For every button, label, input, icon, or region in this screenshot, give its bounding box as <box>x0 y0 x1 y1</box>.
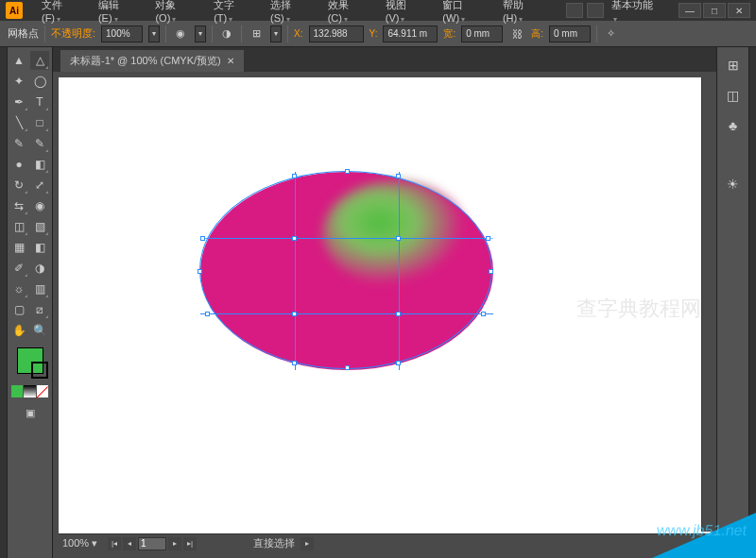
menu-file[interactable]: 文件(F)▾ <box>34 0 89 25</box>
w-input[interactable] <box>461 25 503 42</box>
blob-brush-tool[interactable]: ● <box>9 155 28 174</box>
align-dropdown[interactable]: ▾ <box>270 25 282 42</box>
graph-tool[interactable]: ▥ <box>30 279 49 298</box>
prev-artboard-button[interactable]: ◂ <box>123 537 136 550</box>
w-label: 宽: <box>443 27 455 41</box>
mesh-anchor[interactable] <box>292 236 297 241</box>
mesh-anchor[interactable] <box>486 236 490 241</box>
menu-help[interactable]: 帮助(H)▾ <box>495 0 551 25</box>
toolbox: ▲ △ ✦ ◯ ✒ T ╲ □ ✎ ✎ ● ◧ ↻ ⤢ ⇆ ◉ <box>8 47 53 558</box>
mesh-anchor[interactable] <box>345 365 350 370</box>
color-mode-solid[interactable] <box>11 385 23 397</box>
appearance-panel-icon[interactable]: ☀ <box>723 174 744 194</box>
artboard-number-input[interactable] <box>138 537 166 550</box>
symbol-sprayer-tool[interactable]: ☼ <box>9 279 28 298</box>
link-wh-icon[interactable]: ⛓ <box>508 25 525 42</box>
mesh-ellipse-shape[interactable] <box>200 172 493 370</box>
menu-select[interactable]: 选择(S)▾ <box>263 0 318 25</box>
slice-tool[interactable]: ⧄ <box>30 300 49 319</box>
menu-window[interactable]: 窗口(W)▾ <box>435 0 493 25</box>
mesh-anchor[interactable] <box>292 312 297 316</box>
mesh-anchor[interactable] <box>198 269 202 274</box>
swatches-panel-icon[interactable]: ◫ <box>723 85 744 106</box>
mesh-anchor[interactable] <box>396 174 401 178</box>
rectangle-icon: □ <box>36 116 43 129</box>
zoom-readout[interactable]: 100% ▾ <box>59 537 108 550</box>
opacity-dropdown[interactable]: ▾ <box>148 25 160 42</box>
close-button[interactable]: ✕ <box>728 3 750 18</box>
h-input[interactable] <box>549 25 591 42</box>
color-mode-none[interactable] <box>37 385 48 397</box>
blend-tool[interactable]: ◑ <box>30 259 49 278</box>
tab-close-icon[interactable]: ✕ <box>227 56 234 66</box>
shape-builder-tool[interactable]: ◫ <box>9 217 28 236</box>
zoom-tool[interactable]: 🔍 <box>30 321 49 340</box>
style-dropdown[interactable]: ▾ <box>195 25 206 42</box>
mesh-anchor[interactable] <box>396 312 401 316</box>
artboard-tool[interactable]: ▢ <box>9 300 28 319</box>
transform-icon[interactable]: ✧ <box>603 25 620 42</box>
mesh-anchor[interactable] <box>292 361 297 365</box>
color-panel-icon[interactable]: ⊞ <box>723 55 744 76</box>
document-area: 未标题-1* @ 100% (CMYK/预览) ✕ <box>53 47 716 558</box>
menu-edit[interactable]: 编辑(E)▾ <box>91 0 146 25</box>
canvas[interactable]: 查字典教程网 <box>59 77 711 533</box>
arrange-icon[interactable] <box>587 3 604 18</box>
direct-selection-tool[interactable]: △ <box>30 51 49 70</box>
width-tool[interactable]: ⇆ <box>9 196 28 215</box>
magic-wand-tool[interactable]: ✦ <box>9 72 28 91</box>
scale-tool[interactable]: ⤢ <box>30 176 49 194</box>
maximize-button[interactable]: □ <box>703 3 726 18</box>
selection-icon: ▲ <box>13 54 25 67</box>
style-icon[interactable]: ◉ <box>172 25 189 42</box>
first-artboard-button[interactable]: |◂ <box>108 537 121 550</box>
brush-icon: ✎ <box>14 137 24 150</box>
last-artboard-button[interactable]: ▸| <box>183 537 197 550</box>
eyedropper-tool[interactable]: ✐ <box>9 259 28 278</box>
menu-view[interactable]: 视图(V)▾ <box>378 0 434 25</box>
next-artboard-button[interactable]: ▸ <box>168 537 181 550</box>
mesh-anchor[interactable] <box>200 236 205 241</box>
bridge-icon[interactable] <box>566 3 583 18</box>
rotate-tool[interactable]: ↻ <box>9 176 28 194</box>
stroke-color-swatch[interactable] <box>31 362 48 379</box>
mesh-anchor[interactable] <box>345 169 350 174</box>
vertical-scrollbar[interactable] <box>701 77 716 532</box>
rectangle-tool[interactable]: □ <box>30 113 49 132</box>
status-dropdown[interactable]: ▸ <box>301 537 314 550</box>
x-input[interactable] <box>309 25 364 42</box>
paintbrush-tool[interactable]: ✎ <box>9 134 28 153</box>
opacity-input[interactable] <box>101 25 143 42</box>
perspective-tool[interactable]: ▧ <box>30 217 49 236</box>
minimize-button[interactable]: — <box>679 3 701 18</box>
align-icon[interactable]: ⊞ <box>248 25 265 42</box>
mesh-anchor[interactable] <box>489 269 493 274</box>
hand-tool[interactable]: ✋ <box>9 321 28 340</box>
color-mode-gradient[interactable] <box>24 385 35 397</box>
screen-mode-button[interactable]: ▣ <box>21 405 40 420</box>
mesh-anchor[interactable] <box>396 236 401 241</box>
menu-effect[interactable]: 效果(C)▾ <box>320 0 376 25</box>
menu-object[interactable]: 对象(O)▾ <box>147 0 204 25</box>
mesh-tool[interactable]: ▦ <box>9 238 28 257</box>
mesh-anchor[interactable] <box>396 361 401 365</box>
libraries-panel-icon[interactable]: ♣ <box>723 115 744 136</box>
lasso-tool[interactable]: ◯ <box>30 72 49 91</box>
recolor-icon[interactable]: ◑ <box>218 25 235 42</box>
line-tool[interactable]: ╲ <box>9 113 28 132</box>
fill-color-swatch[interactable] <box>17 347 43 374</box>
eraser-tool[interactable]: ◧ <box>30 155 49 174</box>
menu-type[interactable]: 文字(T)▾ <box>206 0 261 25</box>
mesh-anchor[interactable] <box>481 312 486 316</box>
free-transform-tool[interactable]: ◉ <box>30 196 49 215</box>
document-tab[interactable]: 未标题-1* @ 100% (CMYK/预览) ✕ <box>60 50 244 72</box>
mesh-anchor[interactable] <box>292 174 297 178</box>
workspace-switcher[interactable]: 基本功能 ▾ <box>604 0 669 25</box>
mesh-anchor[interactable] <box>205 312 210 316</box>
gradient-tool[interactable]: ◧ <box>30 238 49 257</box>
type-tool[interactable]: T <box>30 93 49 111</box>
selection-tool[interactable]: ▲ <box>9 51 28 70</box>
pen-tool[interactable]: ✒ <box>9 93 28 111</box>
pencil-tool[interactable]: ✎ <box>30 134 49 153</box>
y-input[interactable] <box>383 25 438 42</box>
